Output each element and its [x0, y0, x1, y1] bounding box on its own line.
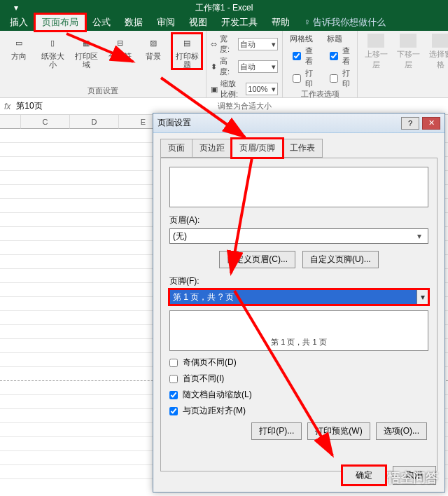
print-area-button[interactable]: ▦打印区域 [71, 34, 101, 69]
bg-label: 背景 [146, 52, 161, 60]
group-page-label: 页面设置 [88, 85, 118, 96]
tab-view[interactable]: 视图 [182, 14, 214, 31]
footer-preview: 第 1 页，共 1 页 [169, 310, 428, 351]
print-label: 打印 [305, 68, 313, 89]
custom-footer-button[interactable]: 自定义页脚(U)... [302, 251, 379, 268]
tab-data[interactable]: 数据 [118, 14, 150, 31]
dialog-content: 页眉(A): (无)▾ 自定义页眉(C)... 自定义页脚(U)... 页脚(F… [160, 158, 438, 471]
ribbon-tabs: 插入 页面布局 公式 数据 审阅 视图 开发工具 帮助 ♀ 告诉我你想做什么 [0, 15, 448, 31]
group-scale: ⬄宽度:自动▾ ⬍高度:自动▾ ▣缩放比例:100%▾ 调整为合适大小 [206, 31, 283, 97]
custom-header-button[interactable]: 自定义页眉(C)... [219, 251, 295, 268]
width-value: 自动 [240, 39, 255, 50]
breaks-button[interactable]: ⊟分隔符 [105, 34, 134, 60]
chevron-down-icon: ▾ [414, 231, 425, 241]
ribbon: ▭方向 ▯纸张大小 ▦打印区域 ⊟分隔符 ▨背景 ▤打印标题 页面设置 ⬄宽度:… [0, 31, 448, 98]
height-label: 高度: [220, 56, 235, 77]
group-arrange: 上移一层 下移一层 选择窗格 [358, 31, 448, 97]
bring-forward-button: 上移一层 [362, 34, 390, 70]
backward-label: 下移一层 [394, 49, 422, 70]
headings-print-check[interactable]: 打印 [327, 68, 350, 89]
print-titles-button[interactable]: ▤打印标题 [172, 34, 202, 69]
gridlines-view-check[interactable]: 查看 [290, 46, 313, 67]
ok-button[interactable]: 确定 [342, 466, 386, 485]
tab-help[interactable]: 帮助 [265, 14, 297, 31]
width-select[interactable]: 自动▾ [238, 38, 278, 50]
group-page-setup: ▭方向 ▯纸张大小 ▦打印区域 ⊟分隔符 ▨背景 ▤打印标题 页面设置 [0, 31, 206, 97]
orientation-label: 方向 [11, 52, 27, 60]
formula-value[interactable]: 第10页 [16, 100, 444, 112]
scale-doc-label: 随文档自动缩放(L) [183, 389, 252, 401]
titles-label: 打印标题 [172, 52, 202, 69]
dialog-tab-header-footer[interactable]: 页眉/页脚 [232, 139, 283, 158]
dialog-print-button[interactable]: 打印(P)... [251, 422, 302, 440]
group-sheet-options: 网格线 查看 打印 标题 查看 打印 工作表选项 [283, 31, 358, 97]
print-label2: 打印 [342, 68, 350, 89]
footer-value: 第 1 页，共 ? 页 [173, 291, 234, 303]
width-label: 宽度: [220, 34, 235, 55]
forward-label: 上移一层 [362, 49, 390, 70]
scale-doc-check[interactable]: 随文档自动缩放(L) [169, 389, 428, 401]
align-margin-check[interactable]: 与页边距对齐(M) [169, 405, 428, 417]
header-preview [169, 167, 428, 207]
tab-insert[interactable]: 插入 [3, 14, 35, 31]
footer-select[interactable]: 第 1 页，共 ? 页▾ [169, 289, 428, 305]
headings-view-check[interactable]: 查看 [327, 46, 350, 67]
fx-icon[interactable]: fx [4, 102, 10, 111]
col-d[interactable]: D [70, 115, 119, 129]
tab-review[interactable]: 审阅 [150, 14, 182, 31]
breaks-label: 分隔符 [108, 52, 132, 60]
size-label: 纸张大小 [38, 52, 67, 69]
tab-dev[interactable]: 开发工具 [214, 14, 265, 31]
first-diff-label: 首页不同(I) [183, 373, 224, 385]
scale-value: 100% [248, 85, 267, 93]
dialog-title: 页面设置 [158, 117, 191, 129]
dialog-tab-page[interactable]: 页面 [160, 139, 192, 158]
group-sheet-label: 工作表选项 [301, 89, 340, 99]
app-title: 工作簿1 - Excel [0, 2, 448, 14]
background-button[interactable]: ▨背景 [139, 34, 168, 60]
tab-page-layout[interactable]: 页面布局 [35, 14, 85, 31]
tell-me[interactable]: ♀ 告诉我你想做什么 [297, 14, 393, 31]
view-label2: 查看 [342, 46, 350, 67]
titlebar: ▾ 工作簿1 - Excel [0, 0, 448, 15]
first-diff-check[interactable]: 首页不同(I) [169, 373, 428, 385]
page-setup-dialog: 页面设置 ? ✕ 页面 页边距 页眉/页脚 工作表 页眉(A): (无)▾ 自定… [153, 113, 445, 492]
col-c[interactable]: C [21, 115, 70, 129]
scale-label: 缩放比例: [220, 78, 243, 99]
dialog-help-button[interactable]: ? [401, 117, 419, 130]
view-label: 查看 [305, 46, 313, 67]
align-margin-label: 与页边距对齐(M) [183, 405, 246, 417]
tell-me-label: 告诉我你想做什么 [313, 17, 386, 27]
footer-label: 页脚(F): [169, 275, 428, 287]
dialog-tabs: 页面 页边距 页眉/页脚 工作表 [153, 133, 444, 158]
orientation-button[interactable]: ▭方向 [4, 34, 34, 60]
dialog-close-button[interactable]: ✕ [422, 117, 440, 130]
dialog-titlebar[interactable]: 页面设置 ? ✕ [153, 113, 444, 133]
headings-label: 标题 [327, 34, 350, 44]
area-label: 打印区域 [71, 52, 101, 69]
dialog-tab-margins[interactable]: 页边距 [192, 139, 232, 158]
height-value: 自动 [240, 62, 255, 72]
tab-formulas[interactable]: 公式 [85, 14, 118, 31]
height-select[interactable]: 自动▾ [238, 60, 278, 73]
col-blank[interactable] [0, 115, 21, 129]
gridlines-print-check[interactable]: 打印 [290, 68, 313, 89]
send-backward-button: 下移一层 [394, 34, 422, 70]
quick-access[interactable]: ▾ [14, 3, 18, 13]
selection-pane-button: 选择窗格 [426, 34, 448, 70]
scale-select[interactable]: 100%▾ [246, 83, 278, 95]
selpane-label: 选择窗格 [426, 49, 448, 70]
header-label: 页眉(A): [169, 214, 428, 226]
header-value: (无) [173, 230, 187, 242]
gridlines-label: 网格线 [290, 34, 313, 44]
dialog-options-button[interactable]: 选项(O)... [376, 422, 427, 440]
cancel-button[interactable]: 取消 [393, 466, 436, 485]
header-select[interactable]: (无)▾ [169, 228, 428, 244]
chevron-down-icon: ▾ [416, 290, 428, 304]
dialog-preview-button[interactable]: 打印预览(W) [307, 422, 370, 440]
dialog-tab-sheet[interactable]: 工作表 [282, 139, 323, 158]
size-button[interactable]: ▯纸张大小 [38, 34, 67, 69]
odd-even-label: 奇偶页不同(D) [183, 357, 237, 368]
odd-even-check[interactable]: 奇偶页不同(D) [169, 357, 428, 368]
